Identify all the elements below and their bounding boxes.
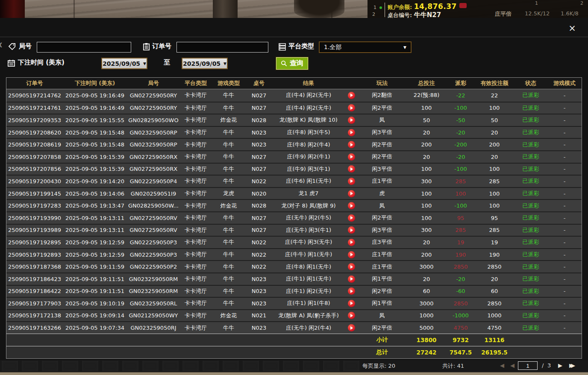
replay-video-icon[interactable] (348, 153, 355, 161)
table-row: 250905197193989 2025-09-05 19:13:11 GN02… (6, 224, 582, 236)
cell-status: 已派彩 (514, 287, 547, 295)
replay-video-icon[interactable] (348, 165, 355, 173)
cell-game-mode: - (547, 312, 582, 319)
limit-col-header: 2 (580, 0, 583, 6)
cell-platform: 卡卡湾厅 (180, 275, 212, 283)
cell-game-mode: - (547, 92, 582, 99)
cell-status: 已派彩 (514, 324, 547, 332)
date-to-button[interactable]: 2025/09/05 ▼ (182, 58, 228, 69)
replay-video-icon[interactable] (348, 117, 355, 124)
replay-video-icon[interactable] (348, 226, 355, 234)
table-body: 250905197214762 2025-09-05 19:16:49 GN02… (6, 89, 582, 334)
cell-game-type: 牛牛 (212, 251, 246, 258)
cell-game-mode: - (547, 129, 582, 136)
table-header-row: 订单号 下注时间 (美东) 局号 平台类型 游戏类型 桌号 结果 玩法 总投注 … (6, 78, 582, 89)
table-row: 250905197197283 2025-09-05 19:13:47 GN02… (6, 199, 582, 211)
lobby-tile (122, 361, 138, 371)
cell-bet-time: 2025-09-05 19:12:59 (63, 252, 127, 258)
replay-video-icon[interactable] (348, 190, 355, 197)
cell-game-mode: - (547, 141, 582, 148)
replay-video-icon[interactable] (348, 239, 355, 246)
order-input[interactable] (176, 42, 268, 53)
cell-total-bet: 60 (406, 288, 447, 294)
replay-video-icon[interactable] (348, 287, 355, 295)
prev-page-icon[interactable]: ◀ (510, 362, 514, 369)
last-page-icon[interactable]: ▶▶ (569, 362, 573, 369)
lobby-tile (62, 361, 78, 371)
cell-game-mode: - (547, 288, 582, 294)
cell-table-no: N020 (246, 190, 272, 197)
lobby-tile (82, 361, 98, 371)
subtotal-label: 小计 (358, 336, 406, 344)
table-hud: 1 2 账户余额: 14,876.37 桌台编号: 牛牛N27 1 2 庄平倍 … (368, 0, 588, 18)
cell-status: 已派彩 (514, 238, 547, 246)
cell-round: GN027259050RY (127, 92, 180, 99)
cell-bet-time: 2025-09-05 19:07:34 (63, 325, 127, 331)
replay-video-icon[interactable] (348, 141, 355, 148)
search-button[interactable]: 查询 (276, 57, 308, 70)
cell-platform: 卡卡湾厅 (180, 91, 212, 99)
cell-status: 已派彩 (514, 177, 547, 185)
cell-platform: 卡卡湾厅 (180, 287, 212, 295)
replay-video-icon[interactable] (348, 275, 355, 283)
screen: 1 2 账户余额: 14,876.37 桌台编号: 牛牛N27 1 2 庄平倍 … (0, 0, 588, 375)
page-input[interactable] (518, 361, 538, 370)
cell-payout: 285 (447, 178, 475, 185)
col-header: 派彩 (447, 79, 475, 87)
cell-round: GN023259050RP (127, 129, 180, 136)
first-page-icon[interactable]: ◀ (500, 362, 504, 369)
lobby-tile (223, 361, 239, 371)
total-count-label: 共计: 41 (442, 362, 464, 370)
replay-video-icon[interactable] (348, 92, 355, 99)
cell-payout: 2850 (447, 264, 475, 270)
cell-play-type: 闲1平倍 (358, 275, 406, 283)
cell-valid-bet: 22 (475, 92, 514, 99)
cell-platform: 卡卡湾厅 (180, 312, 212, 319)
replay-video-icon[interactable] (348, 178, 355, 185)
table-row: 250905197207856 2025-09-05 19:15:39 GN02… (6, 163, 582, 175)
cell-order: 250905197187368 (6, 264, 63, 270)
col-header: 桌号 (246, 79, 272, 87)
cell-total-bet: 200 (406, 141, 447, 148)
replay-video-icon[interactable] (348, 312, 355, 319)
cell-round: GN027259050RV (127, 227, 180, 233)
cell-total-bet: 22(预:88) (406, 91, 447, 99)
close-button[interactable]: × (567, 23, 578, 34)
cell-payout: -100 (447, 166, 475, 172)
cell-game-type: 牛牛 (212, 275, 246, 283)
cell-bet-time: 2025-09-05 19:09:14 (63, 312, 127, 319)
replay-video-icon[interactable] (348, 300, 355, 307)
cell-table-no: N027 (246, 154, 272, 160)
replay-video-icon[interactable] (348, 202, 355, 209)
cell-game-type: 龙虎 (212, 190, 246, 197)
cell-game-type: 牛牛 (212, 141, 246, 149)
replay-video-icon[interactable] (348, 129, 355, 136)
cell-payout: 4750 (447, 325, 475, 331)
cell-table-no: N023 (246, 129, 272, 136)
cell-table-no: N022 (246, 178, 272, 185)
cell-order: 250905197214762 (6, 92, 63, 99)
lobby-tile (2, 361, 18, 371)
replay-video-icon[interactable] (348, 214, 355, 222)
cell-play-type: 闲2平倍 (358, 141, 406, 149)
cell-table-no: N027 (246, 166, 272, 172)
cell-table-no: N023 (246, 288, 272, 294)
cell-valid-bet: 20 (475, 154, 514, 160)
cell-valid-bet: 285 (475, 178, 514, 185)
cell-valid-bet: 4750 (475, 325, 514, 331)
replay-video-icon[interactable] (348, 104, 355, 111)
replay-video-icon[interactable] (348, 263, 355, 270)
table-row: 250905197200430 2025-09-05 19:14:20 GN02… (6, 175, 582, 187)
date-from-button[interactable]: 2025/09/05 ▼ (101, 58, 147, 69)
next-page-icon[interactable]: ▶ (558, 362, 562, 369)
round-input[interactable] (37, 42, 131, 53)
table-row: 250905197193990 2025-09-05 19:13:11 GN02… (6, 211, 582, 224)
chevron-down-icon: ▼ (403, 45, 406, 50)
cell-play-type: 闲2平倍 (358, 324, 406, 332)
replay-video-icon[interactable] (348, 251, 355, 258)
platform-select-value: 1.全部 (324, 44, 341, 51)
replay-video-icon[interactable] (348, 324, 355, 331)
subtotal-row: 小计 13800 9732 13116 (6, 334, 582, 346)
cell-order: 250905197172138 (6, 312, 63, 319)
platform-select[interactable]: 1.全部 ▼ (319, 41, 412, 53)
